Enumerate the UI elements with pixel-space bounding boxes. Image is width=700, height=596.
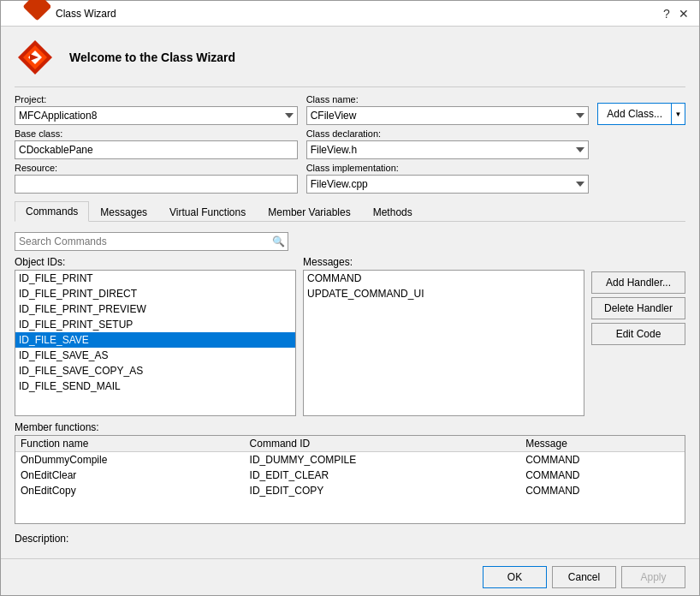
edit-code-button[interactable]: Edit Code [591, 323, 685, 345]
classname-field-group: Class name: CFileView [306, 94, 590, 125]
project-label: Project: [15, 94, 298, 104]
list-item[interactable]: ID_FILE_SAVE_COPY_AS [15, 363, 295, 378]
close-button[interactable]: ✕ [677, 7, 691, 21]
classdecl-label: Class declaration: [306, 128, 590, 139]
member-functions-section: Member functions: Function name Command … [15, 421, 685, 524]
cell-function-name: OnEditClear [15, 468, 245, 483]
search-row: 🔍 [15, 232, 685, 251]
project-field-group: Project: MFCApplication8 [15, 94, 298, 125]
baseclass-label: Base class: [15, 128, 298, 139]
classname-select[interactable]: CFileView [306, 106, 590, 125]
tab-virtual-functions[interactable]: Virtual Functions [158, 201, 257, 222]
help-button[interactable]: ? [660, 7, 673, 21]
list-item[interactable]: ID_FILE_PRINT_DIRECT [15, 286, 295, 301]
cell-message: COMMAND [520, 483, 673, 498]
member-functions-label: Member functions: [15, 421, 685, 433]
search-input[interactable] [15, 232, 288, 251]
messages-label: Messages: [303, 256, 584, 268]
classdecl-select[interactable]: FileView.h [306, 140, 590, 159]
list-item[interactable]: ID_FILE_SAVE_AS [15, 348, 295, 363]
list-item-selected[interactable]: ID_FILE_SAVE [15, 332, 295, 348]
list-item[interactable]: ID_FILE_PRINT [15, 271, 295, 286]
col-spacer [673, 436, 685, 452]
classimpl-row: FileView.cpp [306, 175, 590, 194]
classname-row: CFileView [306, 106, 590, 125]
project-row: MFCApplication8 [15, 106, 298, 125]
cell-function-name: OnDummyCompile [15, 452, 245, 468]
object-ids-label: Object IDs: [15, 256, 296, 268]
welcome-section: Welcome to the Class Wizard [15, 37, 685, 87]
table-row[interactable]: OnDummyCompile ID_DUMMY_COMPILE COMMAND [15, 452, 685, 468]
dialog-title: Class Wizard [56, 8, 116, 20]
welcome-text: Welcome to the Class Wizard [69, 51, 235, 64]
table-row[interactable]: OnEditClear ID_EDIT_CLEAR COMMAND [15, 468, 685, 483]
add-class-container: Add Class... ▼ [597, 103, 685, 125]
col-function-name: Function name [15, 436, 245, 452]
description-label: Description: [15, 533, 68, 545]
list-item[interactable]: ID_FILE_PRINT_PREVIEW [15, 301, 295, 317]
wizard-logo [15, 37, 56, 78]
list-item[interactable]: COMMAND [304, 271, 584, 286]
right-buttons: Add Handler... Delete Handler Edit Code [591, 256, 685, 416]
cancel-button[interactable]: Cancel [552, 566, 616, 588]
description-row: Description: [15, 529, 685, 548]
classdecl-field-group: Class declaration: FileView.h [306, 128, 590, 159]
cell-command-id: ID_EDIT_CLEAR [245, 468, 521, 483]
delete-handler-button[interactable]: Delete Handler [591, 297, 685, 319]
cell-message: COMMAND [520, 468, 673, 483]
member-functions-table[interactable]: Function name Command ID Message OnDummy… [15, 435, 685, 524]
project-select[interactable]: MFCApplication8 [15, 106, 298, 125]
table-row[interactable]: OnEditCopy ID_EDIT_COPY COMMAND [15, 483, 685, 498]
list-item[interactable]: ID_FILE_PRINT_SETUP [15, 317, 295, 332]
tab-commands[interactable]: Commands [15, 201, 89, 222]
resource-input[interactable] [15, 175, 298, 194]
messages-panel: Messages: COMMAND UPDATE_COMMAND_UI [303, 256, 584, 416]
fields-section: Project: MFCApplication8 Class name: CFi… [15, 94, 685, 194]
baseclass-field-group: Base class: [15, 128, 298, 159]
classdecl-row: FileView.h [306, 140, 590, 159]
list-item[interactable]: ID_FILE_SEND_MAIL [15, 378, 295, 394]
lists-container: Object IDs: ID_FILE_PRINT ID_FILE_PRINT_… [15, 256, 584, 416]
tab-messages[interactable]: Messages [89, 201, 158, 222]
title-bar: Class Wizard ? ✕ [1, 1, 699, 27]
classimpl-field-group: Class implementation: FileView.cpp [306, 163, 590, 194]
search-input-wrap: 🔍 [15, 232, 288, 251]
object-ids-list[interactable]: ID_FILE_PRINT ID_FILE_PRINT_DIRECT ID_FI… [15, 270, 296, 416]
messages-list[interactable]: COMMAND UPDATE_COMMAND_UI [303, 270, 584, 416]
add-class-button[interactable]: Add Class... [597, 103, 672, 125]
add-handler-button[interactable]: Add Handler... [591, 271, 685, 294]
classimpl-select[interactable]: FileView.cpp [306, 175, 590, 194]
cell-function-name: OnEditCopy [15, 483, 245, 498]
class-wizard-dialog: Class Wizard ? ✕ Welcome to the Class Wi… [0, 0, 700, 596]
tab-member-variables[interactable]: Member Variables [257, 201, 361, 222]
columns-area: Object IDs: ID_FILE_PRINT ID_FILE_PRINT_… [15, 256, 685, 416]
col-command-id: Command ID [245, 436, 521, 452]
baseclass-input[interactable] [15, 140, 298, 159]
ok-button[interactable]: OK [483, 566, 547, 588]
classimpl-label: Class implementation: [306, 163, 590, 173]
dialog-body: Welcome to the Class Wizard Project: MFC… [1, 27, 699, 558]
apply-button[interactable]: Apply [621, 566, 685, 588]
resource-field-group: Resource: [15, 163, 298, 194]
classname-label: Class name: [306, 94, 590, 104]
cell-command-id: ID_DUMMY_COMPILE [245, 452, 521, 468]
svg-rect-0 [23, 0, 50, 21]
tabs-row: Commands Messages Virtual Functions Memb… [15, 200, 685, 222]
title-bar-buttons: ? ✕ [660, 7, 691, 21]
resource-label: Resource: [15, 163, 298, 173]
object-ids-panel: Object IDs: ID_FILE_PRINT ID_FILE_PRINT_… [15, 256, 296, 416]
search-icon: 🔍 [272, 235, 285, 247]
col-message: Message [520, 436, 673, 452]
add-class-dropdown-button[interactable]: ▼ [672, 103, 685, 125]
cell-command-id: ID_EDIT_COPY [245, 483, 521, 498]
tab-content: 🔍 Object IDs: ID_FILE_PRINT ID_FILE_PRIN… [15, 229, 685, 548]
list-item[interactable]: UPDATE_COMMAND_UI [304, 286, 584, 301]
tab-methods[interactable]: Methods [362, 201, 424, 222]
cell-message: COMMAND [520, 452, 673, 468]
bottom-bar: OK Cancel Apply [1, 558, 699, 595]
